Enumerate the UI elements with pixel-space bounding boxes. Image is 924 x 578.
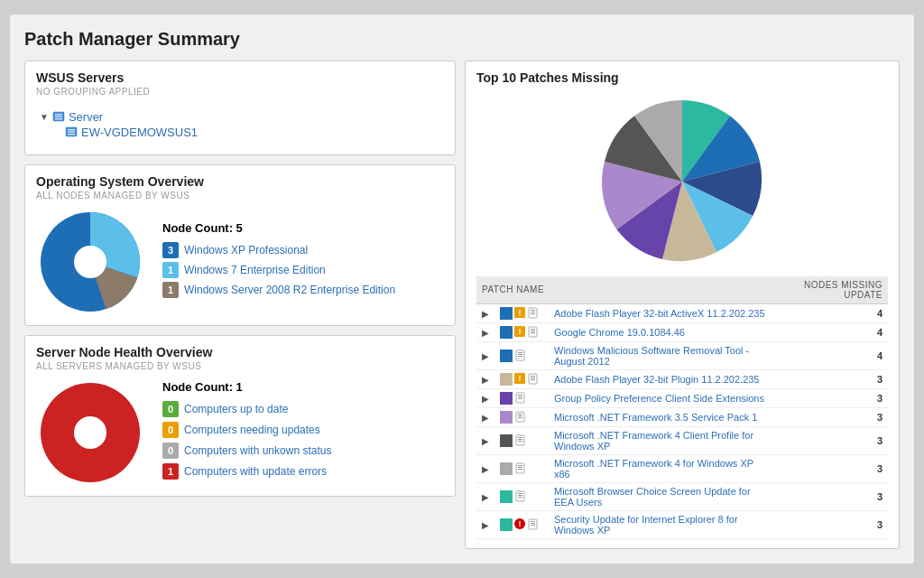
patches-pie-chart <box>583 87 781 267</box>
os-pie-chart <box>36 208 144 316</box>
patch-row-name[interactable]: Security Update for Internet Explorer 8 … <box>549 511 774 539</box>
tree-server-root[interactable]: ▼ Server <box>40 109 440 125</box>
patch-row-expand[interactable]: ▶ <box>476 483 494 511</box>
os-title: Operating System Overview <box>36 174 444 189</box>
patch-row-expand[interactable]: ▶ <box>476 303 494 322</box>
patch-row-expand[interactable]: ▶ <box>476 341 494 369</box>
patch-link[interactable]: Group Policy Preference Client Side Exte… <box>554 393 764 404</box>
svg-rect-50 <box>531 523 535 524</box>
patch-row-icon <box>494 455 549 483</box>
patch-link[interactable]: Microsoft .NET Framework 3.5 Service Pac… <box>554 412 757 423</box>
patch-row-count: 4 <box>774 322 888 341</box>
os-legend-item: 1 Windows 7 Enterprise Edition <box>162 262 444 278</box>
patch-link[interactable]: Adobe Flash Player 32-bit Plugin 11.2.20… <box>554 374 760 385</box>
wsus-title: WSUS Servers <box>36 70 444 85</box>
patch-row-name[interactable]: Group Policy Preference Client Side Exte… <box>549 389 774 408</box>
svg-rect-14 <box>531 312 535 312</box>
patch-row-name[interactable]: Google Chrome 19.0.1084.46 <box>549 322 774 341</box>
patch-row-icon: ! <box>494 369 549 388</box>
patch-row-expand[interactable]: ▶ <box>476 455 494 483</box>
svg-rect-1 <box>55 114 62 116</box>
patch-link[interactable]: Microsoft .NET Framework 4 for Windows X… <box>554 458 753 480</box>
svg-rect-42 <box>518 467 522 468</box>
svg-rect-48 <box>529 519 537 529</box>
patch-link[interactable]: Windows Malicious Software Removal Tool … <box>554 345 749 367</box>
patch-row-expand[interactable]: ▶ <box>476 389 494 408</box>
svg-rect-22 <box>518 354 522 355</box>
patch-row-count: 3 <box>774 483 888 511</box>
patch-row-icon: ! <box>494 322 549 341</box>
main-container: Patch Manager Summary WSUS Servers NO GR… <box>9 14 915 564</box>
wsus-panel: WSUS Servers NO GROUPING APPLIED ▼ Serve… <box>24 61 456 155</box>
svg-rect-15 <box>531 313 535 314</box>
svg-rect-5 <box>68 129 75 131</box>
page-title: Patch Manager Summary <box>24 29 900 50</box>
patch-row: ▶ Group Policy Preference Client Side Ex… <box>476 389 888 408</box>
svg-point-11 <box>74 416 106 449</box>
patch-row-icon: ! <box>494 511 549 539</box>
left-column: WSUS Servers NO GROUPING APPLIED ▼ Serve… <box>24 61 456 549</box>
patch-row-expand[interactable]: ▶ <box>476 369 494 388</box>
patch-row-count: 3 <box>774 408 888 427</box>
svg-rect-25 <box>531 376 535 377</box>
patch-row-name[interactable]: Microsoft .NET Framework 4 Client Profil… <box>549 427 774 455</box>
svg-rect-17 <box>531 329 535 330</box>
patch-row-name[interactable]: Microsoft .NET Framework 4 for Windows X… <box>549 455 774 483</box>
patch-row-icon: ! <box>494 303 549 322</box>
patch-row-icon <box>494 483 549 511</box>
svg-rect-18 <box>531 331 535 331</box>
patch-doc-icon <box>515 462 527 474</box>
patch-row-count: 3 <box>774 369 888 388</box>
patch-row-name[interactable]: Microsoft .NET Framework 3.5 Service Pac… <box>549 408 774 427</box>
patch-link[interactable]: Security Update for Internet Explorer 8 … <box>554 514 738 536</box>
svg-rect-31 <box>518 398 522 399</box>
top-patches-panel: Top 10 Patches Missing <box>465 61 900 549</box>
health-list-item: 1 Computers with update errors <box>162 463 444 480</box>
svg-rect-24 <box>529 374 537 384</box>
health-item-label: Computers up to date <box>184 403 288 415</box>
svg-rect-23 <box>518 356 522 357</box>
svg-rect-19 <box>531 332 535 333</box>
col-patch-name: PATCH NAME <box>476 276 774 304</box>
tree-arrow: ▼ <box>40 112 49 122</box>
health-badge: 0 <box>162 422 179 438</box>
patch-row-name[interactable]: Adobe Flash Player 32-bit ActiveX 11.2.2… <box>549 303 774 322</box>
patches-table: PATCH NAME NODES MISSING UPDATE ▶! Adobe… <box>476 276 888 539</box>
svg-rect-6 <box>68 132 75 134</box>
os-legend-label: Windows XP Professional <box>184 244 308 256</box>
patch-row: ▶! Security Update for Internet Explorer… <box>476 511 888 539</box>
patch-doc-icon <box>528 326 540 338</box>
server-tree: ▼ Server <box>36 104 444 145</box>
health-badge: 0 <box>162 443 179 459</box>
patch-doc-icon <box>528 373 540 385</box>
patch-link[interactable]: Microsoft .NET Framework 4 Client Profil… <box>554 430 753 452</box>
svg-rect-29 <box>518 395 522 396</box>
patch-row: ▶ Microsoft Browser Choice Screen Update… <box>476 483 888 511</box>
patch-link[interactable]: Microsoft Browser Choice Screen Update f… <box>554 486 751 508</box>
svg-rect-38 <box>518 439 522 440</box>
patch-link[interactable]: Adobe Flash Player 32-bit ActiveX 11.2.2… <box>554 308 765 319</box>
health-item-label: Computers with unkown status <box>184 444 331 457</box>
patch-row: ▶! Adobe Flash Player 32-bit Plugin 11.2… <box>476 369 888 388</box>
server-child-label: EW-VGDEMOWSUS1 <box>81 126 198 139</box>
svg-rect-44 <box>516 491 524 501</box>
warning-icon: ! <box>514 373 525 384</box>
svg-rect-46 <box>518 495 522 496</box>
patch-row-expand[interactable]: ▶ <box>476 511 494 539</box>
tree-server-child[interactable]: EW-VGDEMOWSUS1 <box>65 125 440 140</box>
patch-row-count: 3 <box>774 389 888 408</box>
os-legend-badge: 1 <box>162 262 179 278</box>
patch-link[interactable]: Google Chrome 19.0.1084.46 <box>554 327 685 338</box>
patch-row-expand[interactable]: ▶ <box>476 427 494 455</box>
patch-row: ▶! Google Chrome 19.0.1084.464 <box>476 322 888 341</box>
svg-point-9 <box>74 246 106 278</box>
patch-row-count: 3 <box>774 455 888 483</box>
patch-row-name[interactable]: Windows Malicious Software Removal Tool … <box>549 341 774 369</box>
patch-doc-icon <box>515 490 527 502</box>
patch-row-icon <box>494 341 549 369</box>
patch-row-name[interactable]: Adobe Flash Player 32-bit Plugin 11.2.20… <box>549 369 774 388</box>
patch-row-expand[interactable]: ▶ <box>476 408 494 427</box>
svg-rect-32 <box>516 412 524 422</box>
patch-row-expand[interactable]: ▶ <box>476 322 494 341</box>
patch-row-name[interactable]: Microsoft Browser Choice Screen Update f… <box>549 483 774 511</box>
